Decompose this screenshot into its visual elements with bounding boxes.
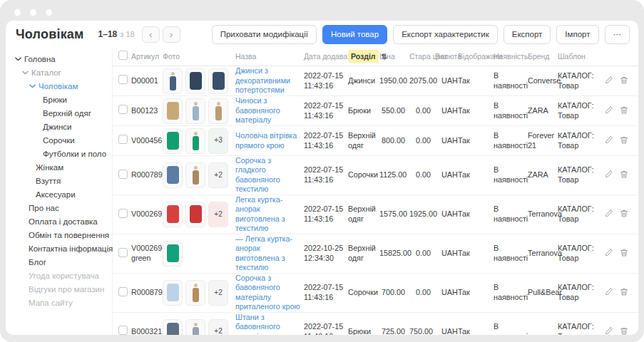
edit-button[interactable] xyxy=(605,105,613,117)
delete-button[interactable] xyxy=(620,209,628,220)
edit-button[interactable] xyxy=(605,135,613,147)
sidebar-item-tshirts-polo[interactable]: Футболки и поло xyxy=(6,147,112,160)
sidebar-item-outerwear[interactable]: Верхній одяг xyxy=(6,106,112,120)
export-button[interactable]: Експорт xyxy=(504,25,551,44)
product-photo-thumb[interactable] xyxy=(163,98,183,124)
select-all-checkbox[interactable] xyxy=(118,51,128,60)
row-checkbox[interactable] xyxy=(118,135,128,144)
window-control-dot[interactable] xyxy=(46,9,52,16)
sidebar-item-blog[interactable]: Блог xyxy=(6,255,112,269)
edit-button[interactable] xyxy=(605,209,613,220)
window-control-dot[interactable] xyxy=(14,9,21,16)
sidebar-item-pants[interactable]: Брюки xyxy=(6,93,112,106)
sidebar-item-jeans[interactable]: Джинси xyxy=(6,120,112,133)
column-header-name: Назва xyxy=(235,52,304,61)
product-photo-thumb[interactable] xyxy=(185,319,205,335)
product-name-link[interactable]: Чиноси з бавовняного матеріалу xyxy=(235,96,301,125)
product-photo-thumb[interactable] xyxy=(185,162,205,188)
sidebar-item-exchange-returns[interactable]: Обмін та повернення xyxy=(6,228,112,242)
product-photo-thumb[interactable] xyxy=(163,241,183,266)
product-name-link[interactable]: Сорочка з гладкого бавовняного текстилю xyxy=(235,156,301,195)
edit-button[interactable] xyxy=(605,76,613,87)
row-checkbox[interactable] xyxy=(118,75,128,84)
edit-button[interactable] xyxy=(605,287,613,299)
delete-button[interactable] xyxy=(620,287,628,299)
delete-button[interactable] xyxy=(620,135,628,147)
delete-button[interactable] xyxy=(620,76,628,87)
product-photo-thumb[interactable]: +2 xyxy=(208,319,228,335)
new-product-button[interactable]: Новий товар xyxy=(322,25,387,44)
delete-button[interactable] xyxy=(620,248,628,259)
sidebar-item-sitemap[interactable]: Мапа сайту xyxy=(6,296,112,309)
next-page-button[interactable]: › xyxy=(163,26,180,43)
row-checkbox[interactable] xyxy=(118,248,128,257)
sidebar-item-shoes[interactable]: Взуття xyxy=(6,174,112,187)
hide-modifications-button[interactable]: Приховати модифікації xyxy=(212,25,317,44)
product-photo-thumb[interactable] xyxy=(163,319,183,335)
row-checkbox[interactable] xyxy=(118,326,128,335)
export-characteristics-button[interactable]: Експорт характеристик xyxy=(393,25,498,44)
product-photo-thumb[interactable] xyxy=(208,68,228,94)
sidebar-item-payment-delivery[interactable]: Оплата і доставка xyxy=(6,214,112,228)
import-button[interactable]: Імпорт xyxy=(556,25,598,44)
product-photo-thumb[interactable] xyxy=(163,280,183,306)
product-name-link[interactable]: — Легка куртка-анорак виготовлена з текс… xyxy=(235,234,301,273)
sidebar-item-accessories[interactable]: Аксесуари xyxy=(6,187,112,201)
product-name-link[interactable]: Штани з бавовняного матеріалу прямого кр… xyxy=(235,313,301,335)
product-photo-thumb[interactable] xyxy=(185,98,205,124)
product-photo-thumb[interactable]: +3 xyxy=(208,128,228,154)
row-checkbox[interactable] xyxy=(118,287,128,296)
product-name-cell: Сорочка з гладкого бавовняного текстилю xyxy=(235,156,304,195)
row-checkbox[interactable] xyxy=(118,170,128,179)
product-photo-thumb[interactable] xyxy=(185,68,205,94)
sidebar-item-store-reviews[interactable]: Відгуки про магазин xyxy=(6,282,112,296)
delete-button[interactable] xyxy=(620,105,628,117)
product-photo-thumb[interactable] xyxy=(163,202,183,227)
column-header-brand: Бренд xyxy=(528,52,558,61)
sidebar-item-home[interactable]: Головна xyxy=(6,52,112,66)
edit-button[interactable] xyxy=(605,326,613,335)
more-photos-badge: +2 xyxy=(214,327,222,335)
row-checkbox[interactable] xyxy=(118,209,128,218)
sidebar-item-label: Чоловікам xyxy=(39,82,78,90)
product-name-link[interactable]: Легка куртка-анорак виготовлена з тексти… xyxy=(235,195,301,234)
product-photo-thumb[interactable] xyxy=(185,128,205,154)
product-name-link[interactable]: Сорочка з бавовняного матеріалу притален… xyxy=(235,274,301,312)
product-photo-thumb[interactable] xyxy=(185,280,205,306)
product-photo-thumb[interactable]: +2 xyxy=(208,202,228,227)
sidebar-item-contact-info[interactable]: Контактна інформація xyxy=(6,242,112,255)
product-name-link[interactable]: Чоловіча вітрівка прямого крою xyxy=(235,131,301,150)
product-photo-thumb[interactable] xyxy=(163,162,183,188)
sidebar-item-women[interactable]: Жінкам xyxy=(6,160,112,174)
sidebar-item-shirts[interactable]: Сорочки xyxy=(6,133,112,147)
edit-button[interactable] xyxy=(605,248,613,259)
product-section: Сорочки xyxy=(348,288,379,297)
window-control-dot[interactable] xyxy=(30,9,36,16)
product-photo-thumb[interactable] xyxy=(163,128,183,154)
more-photos-badge: +2 xyxy=(214,210,222,219)
sidebar-item-men[interactable]: Чоловікам xyxy=(6,79,112,93)
content: ГоловнаКаталогЧоловікамБрюкиВерхній одяг… xyxy=(6,48,638,335)
product-old-price: 0.00 xyxy=(409,249,435,258)
product-name-link[interactable]: Джинси з декоративними потертостями xyxy=(235,66,301,95)
row-actions xyxy=(591,326,638,335)
more-button[interactable]: ··· xyxy=(605,25,630,44)
sidebar-item-label: Контактна інформація xyxy=(29,244,113,253)
delete-button[interactable] xyxy=(620,326,628,335)
product-photo-thumb[interactable] xyxy=(208,98,228,124)
toolbar-buttons: Приховати модифікаціїНовий товарЕкспорт … xyxy=(212,25,630,44)
sidebar-item-label: Взуття xyxy=(36,177,61,185)
row-checkbox[interactable] xyxy=(118,105,128,114)
sidebar-item-user-agreement[interactable]: Угода користувача xyxy=(6,269,112,282)
product-photo-thumb[interactable]: +2 xyxy=(208,162,228,188)
chevron-down-icon xyxy=(22,71,29,75)
edit-button[interactable] xyxy=(605,170,613,181)
sidebar-item-catalog[interactable]: Каталог xyxy=(6,66,112,79)
product-photo-thumb[interactable]: +2 xyxy=(208,280,228,306)
column-header-label: Артикул xyxy=(131,52,159,61)
prev-page-button[interactable]: ‹ xyxy=(142,26,160,43)
delete-button[interactable] xyxy=(620,170,628,181)
product-photo-thumb[interactable] xyxy=(185,202,205,227)
sidebar-item-about[interactable]: Про нас xyxy=(6,201,112,214)
product-photo-thumb[interactable] xyxy=(163,68,183,94)
